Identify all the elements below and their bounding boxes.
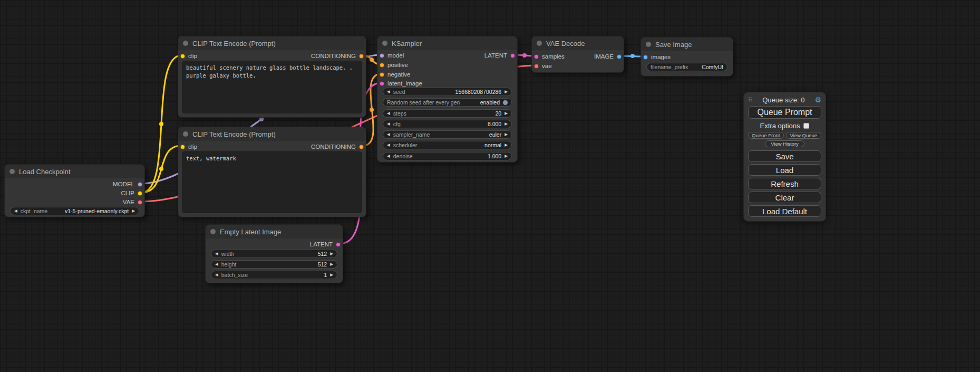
decrement-icon[interactable]: ◀ bbox=[387, 111, 390, 116]
output-slot-latent[interactable]: LATENT bbox=[484, 51, 515, 60]
refresh-button[interactable]: Refresh bbox=[748, 178, 821, 189]
output-slot-model[interactable]: MODEL bbox=[113, 180, 142, 188]
input-slot-positive[interactable]: positive bbox=[380, 61, 408, 69]
view-history-button[interactable]: View History bbox=[765, 140, 804, 147]
node-clip-text-encode-positive[interactable]: CLIP Text Encode (Prompt) clip CONDITION… bbox=[178, 36, 366, 118]
increment-icon[interactable]: ▶ bbox=[132, 209, 135, 213]
clip-slot-dot[interactable] bbox=[180, 145, 185, 149]
node-title-bar[interactable]: CLIP Text Encode (Prompt) bbox=[178, 127, 366, 141]
vae-slot-dot[interactable] bbox=[534, 64, 539, 69]
load-button[interactable]: Load bbox=[748, 164, 821, 176]
latent-slot-dot[interactable] bbox=[380, 81, 384, 86]
node-title-bar[interactable]: KSampler bbox=[377, 36, 517, 50]
increment-icon[interactable]: ▶ bbox=[330, 273, 333, 277]
collapse-dot-icon[interactable] bbox=[210, 229, 216, 234]
load-default-button[interactable]: Load Default bbox=[748, 205, 821, 217]
view-queue-button[interactable]: View Queue bbox=[786, 132, 822, 139]
model-slot-dot[interactable] bbox=[380, 53, 384, 58]
node-title-bar[interactable]: CLIP Text Encode (Prompt) bbox=[178, 36, 366, 50]
node-title-bar[interactable]: Empty Latent Image bbox=[206, 225, 343, 239]
decrement-icon[interactable]: ◀ bbox=[387, 154, 390, 158]
output-slot-latent[interactable]: LATENT bbox=[310, 240, 341, 249]
model-slot-dot[interactable] bbox=[138, 182, 142, 187]
increment-icon[interactable]: ▶ bbox=[504, 132, 508, 137]
seed-widget[interactable]: ◀ seed 156680208700286 ▶ bbox=[383, 88, 512, 96]
toggle-on-indicator[interactable] bbox=[503, 100, 508, 105]
latent-slot-dot[interactable] bbox=[336, 242, 341, 247]
node-clip-text-encode-negative[interactable]: CLIP Text Encode (Prompt) clip CONDITION… bbox=[178, 127, 366, 217]
increment-icon[interactable]: ▶ bbox=[330, 252, 333, 256]
node-title-bar[interactable]: VAE Decode bbox=[532, 36, 624, 50]
input-slot-samples[interactable]: samples bbox=[534, 52, 565, 61]
node-load-checkpoint[interactable]: Load Checkpoint MODEL CLIP VAE ◀ ckpt_na… bbox=[4, 164, 145, 217]
settings-gear-icon[interactable]: ⚙ bbox=[814, 96, 821, 103]
sampler-name-widget[interactable]: ◀ sampler_name euler ▶ bbox=[383, 130, 512, 139]
input-slot-clip[interactable]: clip bbox=[180, 142, 197, 151]
steps-widget[interactable]: ◀ steps 20 ▶ bbox=[383, 109, 512, 118]
input-slot-images[interactable]: images bbox=[643, 53, 671, 61]
output-slot-conditioning[interactable]: CONDITIONING bbox=[311, 142, 364, 151]
latent-slot-dot[interactable] bbox=[510, 53, 515, 58]
output-slot-clip[interactable]: CLIP bbox=[121, 189, 142, 197]
save-button[interactable]: Save bbox=[748, 150, 821, 162]
positive-prompt-textarea[interactable]: beautiful scenery nature glass bottle la… bbox=[182, 61, 362, 113]
decrement-icon[interactable]: ◀ bbox=[215, 273, 218, 277]
decrement-icon[interactable]: ◀ bbox=[215, 252, 218, 256]
batch-size-widget[interactable]: ◀ batch_size 1 ▶ bbox=[211, 271, 337, 279]
node-ksampler[interactable]: KSampler model positive negative latent_… bbox=[377, 36, 518, 163]
collapse-dot-icon[interactable] bbox=[9, 169, 15, 174]
output-slot-conditioning[interactable]: CONDITIONING bbox=[311, 52, 364, 60]
clip-slot-dot[interactable] bbox=[180, 54, 185, 59]
scheduler-widget[interactable]: ◀ scheduler normal ▶ bbox=[383, 141, 512, 149]
input-slot-latent-image[interactable]: latent_image bbox=[380, 79, 422, 88]
input-slot-negative[interactable]: negative bbox=[380, 70, 410, 79]
collapse-dot-icon[interactable] bbox=[537, 41, 542, 46]
cfg-widget[interactable]: ◀ cfg 8.000 ▶ bbox=[383, 120, 512, 128]
queue-prompt-button[interactable]: Queue Prompt bbox=[748, 106, 821, 119]
height-widget[interactable]: ◀ height 512 ▶ bbox=[211, 260, 337, 269]
conditioning-slot-dot[interactable] bbox=[380, 63, 384, 68]
decrement-icon[interactable]: ◀ bbox=[387, 143, 390, 147]
conditioning-slot-dot[interactable] bbox=[359, 54, 364, 59]
collapse-dot-icon[interactable] bbox=[183, 41, 188, 46]
increment-icon[interactable]: ▶ bbox=[504, 154, 508, 158]
node-save-image[interactable]: Save Image images filename_prefix ComfyU… bbox=[641, 37, 733, 77]
input-slot-vae[interactable]: vae bbox=[534, 62, 552, 70]
collapse-dot-icon[interactable] bbox=[183, 131, 188, 137]
increment-icon[interactable]: ▶ bbox=[504, 90, 508, 94]
vae-slot-dot[interactable] bbox=[138, 200, 142, 205]
node-empty-latent-image[interactable]: Empty Latent Image LATENT ◀ width 512 ▶ … bbox=[205, 224, 343, 283]
input-slot-clip[interactable]: clip bbox=[180, 52, 197, 60]
increment-icon[interactable]: ▶ bbox=[330, 262, 333, 266]
collapse-dot-icon[interactable] bbox=[382, 41, 387, 46]
clear-button[interactable]: Clear bbox=[748, 192, 821, 203]
ckpt-name-widget[interactable]: ◀ ckpt_name v1-5-pruned-emaonly.ckpt ▶ bbox=[10, 207, 139, 215]
node-title-bar[interactable]: Load Checkpoint bbox=[5, 165, 144, 178]
denoise-widget[interactable]: ◀ denoise 1.000 ▶ bbox=[383, 152, 512, 160]
negative-prompt-textarea[interactable]: text, watermark bbox=[182, 151, 362, 213]
conditioning-slot-dot[interactable] bbox=[380, 72, 384, 77]
output-slot-image[interactable]: IMAGE bbox=[594, 52, 622, 61]
decrement-icon[interactable]: ◀ bbox=[14, 209, 17, 213]
image-slot-dot[interactable] bbox=[617, 54, 622, 59]
node-title-bar[interactable]: Save Image bbox=[641, 37, 733, 51]
width-widget[interactable]: ◀ width 512 ▶ bbox=[211, 250, 337, 258]
extra-options-checkbox[interactable] bbox=[803, 123, 809, 129]
latent-slot-dot[interactable] bbox=[534, 54, 539, 59]
drag-handle-icon[interactable]: ⠿ bbox=[748, 97, 752, 103]
decrement-icon[interactable]: ◀ bbox=[387, 122, 390, 126]
decrement-icon[interactable]: ◀ bbox=[215, 262, 218, 266]
filename-prefix-widget[interactable]: filename_prefix ComfyUI bbox=[646, 63, 727, 71]
node-vae-decode[interactable]: VAE Decode samples vae IMAGE bbox=[531, 36, 624, 73]
input-slot-model[interactable]: model bbox=[380, 51, 404, 60]
collapse-dot-icon[interactable] bbox=[646, 42, 651, 47]
increment-icon[interactable]: ▶ bbox=[504, 111, 508, 116]
conditioning-slot-dot[interactable] bbox=[359, 145, 364, 149]
output-slot-vae[interactable]: VAE bbox=[123, 198, 142, 206]
decrement-icon[interactable]: ◀ bbox=[387, 132, 390, 137]
image-slot-dot[interactable] bbox=[643, 55, 648, 60]
increment-icon[interactable]: ▶ bbox=[504, 143, 508, 147]
clip-slot-dot[interactable] bbox=[138, 191, 142, 196]
increment-icon[interactable]: ▶ bbox=[504, 122, 508, 126]
random-seed-toggle-widget[interactable]: Random seed after every gen enabled bbox=[383, 98, 512, 107]
